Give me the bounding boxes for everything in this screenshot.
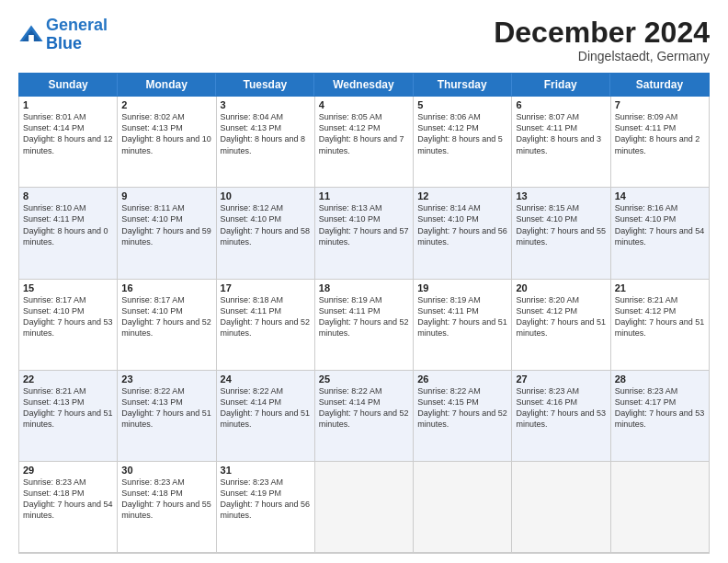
cell-info: Sunrise: 8:22 AMSunset: 4:13 PMDaylight:… — [121, 385, 211, 431]
day-number: 17 — [221, 282, 311, 293]
calendar-cell: 10Sunrise: 8:12 AMSunset: 4:10 PMDayligh… — [217, 188, 315, 279]
cell-info: Sunrise: 8:18 AMSunset: 4:11 PMDaylight:… — [221, 294, 311, 339]
calendar-cell: 17Sunrise: 8:18 AMSunset: 4:11 PMDayligh… — [217, 280, 315, 371]
cell-info: Sunrise: 8:15 AMSunset: 4:10 PMDaylight:… — [516, 202, 606, 247]
day-number: 27 — [516, 373, 606, 385]
cell-info: Sunrise: 8:23 AMSunset: 4:17 PMDaylight:… — [615, 385, 705, 431]
cell-info: Sunrise: 8:22 AMSunset: 4:14 PMDaylight:… — [221, 385, 311, 431]
day-number: 11 — [319, 190, 409, 201]
logo-icon — [18, 22, 44, 48]
calendar-week-4: 22Sunrise: 8:21 AMSunset: 4:13 PMDayligh… — [19, 371, 710, 462]
day-number: 13 — [516, 190, 606, 201]
header: General Blue December 2024 Dingelstaedt,… — [18, 17, 710, 63]
day-number: 19 — [417, 282, 507, 293]
cell-info: Sunrise: 8:19 AMSunset: 4:11 PMDaylight:… — [319, 294, 409, 339]
calendar: SundayMondayTuesdayWednesdayThursdayFrid… — [18, 73, 710, 554]
day-number: 4 — [319, 99, 409, 110]
calendar-cell: 6Sunrise: 8:07 AMSunset: 4:11 PMDaylight… — [512, 97, 610, 188]
day-number: 3 — [221, 99, 311, 110]
day-number: 15 — [23, 282, 113, 293]
cell-info: Sunrise: 8:02 AMSunset: 4:13 PMDaylight:… — [121, 111, 211, 156]
location-title: Dingelstaedt, Germany — [494, 49, 710, 63]
svg-rect-2 — [28, 35, 34, 41]
calendar-cell: 26Sunrise: 8:22 AMSunset: 4:15 PMDayligh… — [414, 371, 512, 462]
calendar-cell — [414, 462, 512, 553]
cell-info: Sunrise: 8:22 AMSunset: 4:15 PMDaylight:… — [417, 385, 507, 431]
day-number: 29 — [23, 465, 113, 476]
calendar-cell: 30Sunrise: 8:23 AMSunset: 4:18 PMDayligh… — [118, 462, 216, 553]
cell-info: Sunrise: 8:23 AMSunset: 4:18 PMDaylight:… — [23, 477, 113, 522]
calendar-cell: 18Sunrise: 8:19 AMSunset: 4:11 PMDayligh… — [315, 280, 414, 371]
calendar-cell: 29Sunrise: 8:23 AMSunset: 4:18 PMDayligh… — [19, 462, 118, 553]
day-number: 28 — [615, 373, 705, 385]
cell-info: Sunrise: 8:17 AMSunset: 4:10 PMDaylight:… — [23, 294, 113, 339]
cell-info: Sunrise: 8:05 AMSunset: 4:12 PMDaylight:… — [319, 111, 409, 156]
cell-info: Sunrise: 8:21 AMSunset: 4:13 PMDaylight:… — [23, 385, 113, 431]
logo-text: General Blue — [46, 17, 108, 53]
day-header-sunday: Sunday — [19, 74, 118, 96]
cell-info: Sunrise: 8:04 AMSunset: 4:13 PMDaylight:… — [221, 111, 311, 156]
calendar-cell: 8Sunrise: 8:10 AMSunset: 4:11 PMDaylight… — [19, 188, 118, 279]
calendar-cell: 24Sunrise: 8:22 AMSunset: 4:14 PMDayligh… — [217, 371, 315, 462]
day-number: 22 — [23, 373, 113, 385]
day-number: 30 — [121, 465, 211, 476]
cell-info: Sunrise: 8:20 AMSunset: 4:12 PMDaylight:… — [516, 294, 606, 339]
calendar-cell: 27Sunrise: 8:23 AMSunset: 4:16 PMDayligh… — [512, 371, 610, 462]
cell-info: Sunrise: 8:23 AMSunset: 4:18 PMDaylight:… — [121, 477, 211, 522]
calendar-cell: 13Sunrise: 8:15 AMSunset: 4:10 PMDayligh… — [512, 188, 610, 279]
calendar-header: SundayMondayTuesdayWednesdayThursdayFrid… — [18, 73, 710, 97]
calendar-cell — [611, 462, 710, 553]
calendar-cell: 25Sunrise: 8:22 AMSunset: 4:14 PMDayligh… — [315, 371, 414, 462]
calendar-body: 1Sunrise: 8:01 AMSunset: 4:14 PMDaylight… — [18, 97, 710, 554]
page: General Blue December 2024 Dingelstaedt,… — [0, 0, 728, 563]
calendar-week-5: 29Sunrise: 8:23 AMSunset: 4:18 PMDayligh… — [19, 462, 710, 553]
calendar-cell: 5Sunrise: 8:06 AMSunset: 4:12 PMDaylight… — [414, 97, 512, 188]
calendar-cell: 3Sunrise: 8:04 AMSunset: 4:13 PMDaylight… — [217, 97, 315, 188]
calendar-cell: 20Sunrise: 8:20 AMSunset: 4:12 PMDayligh… — [512, 280, 610, 371]
calendar-cell: 7Sunrise: 8:09 AMSunset: 4:11 PMDaylight… — [611, 97, 710, 188]
day-number: 6 — [516, 99, 606, 110]
cell-info: Sunrise: 8:11 AMSunset: 4:10 PMDaylight:… — [121, 202, 211, 247]
calendar-cell: 2Sunrise: 8:02 AMSunset: 4:13 PMDaylight… — [118, 97, 216, 188]
cell-info: Sunrise: 8:23 AMSunset: 4:16 PMDaylight:… — [516, 385, 606, 431]
day-number: 10 — [221, 190, 311, 201]
day-number: 14 — [615, 190, 705, 201]
calendar-week-3: 15Sunrise: 8:17 AMSunset: 4:10 PMDayligh… — [19, 280, 710, 371]
calendar-cell: 15Sunrise: 8:17 AMSunset: 4:10 PMDayligh… — [19, 280, 118, 371]
cell-info: Sunrise: 8:10 AMSunset: 4:11 PMDaylight:… — [23, 202, 113, 247]
day-number: 23 — [121, 373, 211, 385]
cell-info: Sunrise: 8:13 AMSunset: 4:10 PMDaylight:… — [319, 202, 409, 247]
calendar-cell: 16Sunrise: 8:17 AMSunset: 4:10 PMDayligh… — [118, 280, 216, 371]
calendar-cell: 23Sunrise: 8:22 AMSunset: 4:13 PMDayligh… — [118, 371, 216, 462]
day-number: 9 — [121, 190, 211, 201]
cell-info: Sunrise: 8:12 AMSunset: 4:10 PMDaylight:… — [221, 202, 311, 247]
calendar-cell: 11Sunrise: 8:13 AMSunset: 4:10 PMDayligh… — [315, 188, 414, 279]
calendar-cell: 4Sunrise: 8:05 AMSunset: 4:12 PMDaylight… — [315, 97, 414, 188]
day-number: 2 — [121, 99, 211, 110]
calendar-cell: 14Sunrise: 8:16 AMSunset: 4:10 PMDayligh… — [611, 188, 710, 279]
logo: General Blue — [18, 17, 108, 53]
cell-info: Sunrise: 8:09 AMSunset: 4:11 PMDaylight:… — [615, 111, 705, 156]
day-number: 16 — [121, 282, 211, 293]
calendar-cell — [315, 462, 414, 553]
cell-info: Sunrise: 8:14 AMSunset: 4:10 PMDaylight:… — [417, 202, 507, 247]
calendar-cell — [512, 462, 610, 553]
cell-info: Sunrise: 8:16 AMSunset: 4:10 PMDaylight:… — [615, 202, 705, 247]
day-number: 24 — [221, 373, 311, 385]
calendar-cell: 28Sunrise: 8:23 AMSunset: 4:17 PMDayligh… — [611, 371, 710, 462]
calendar-cell: 12Sunrise: 8:14 AMSunset: 4:10 PMDayligh… — [414, 188, 512, 279]
day-header-thursday: Thursday — [414, 74, 512, 96]
cell-info: Sunrise: 8:01 AMSunset: 4:14 PMDaylight:… — [23, 111, 113, 156]
day-header-wednesday: Wednesday — [314, 74, 413, 96]
day-header-saturday: Saturday — [610, 74, 709, 96]
day-number: 26 — [417, 373, 507, 385]
day-number: 31 — [221, 465, 311, 476]
month-title: December 2024 — [494, 17, 710, 49]
calendar-week-1: 1Sunrise: 8:01 AMSunset: 4:14 PMDaylight… — [19, 97, 710, 188]
calendar-cell: 22Sunrise: 8:21 AMSunset: 4:13 PMDayligh… — [19, 371, 118, 462]
day-number: 25 — [319, 373, 409, 385]
day-header-friday: Friday — [512, 74, 610, 96]
title-area: December 2024 Dingelstaedt, Germany — [494, 17, 710, 63]
day-number: 5 — [417, 99, 507, 110]
day-header-tuesday: Tuesday — [216, 74, 314, 96]
